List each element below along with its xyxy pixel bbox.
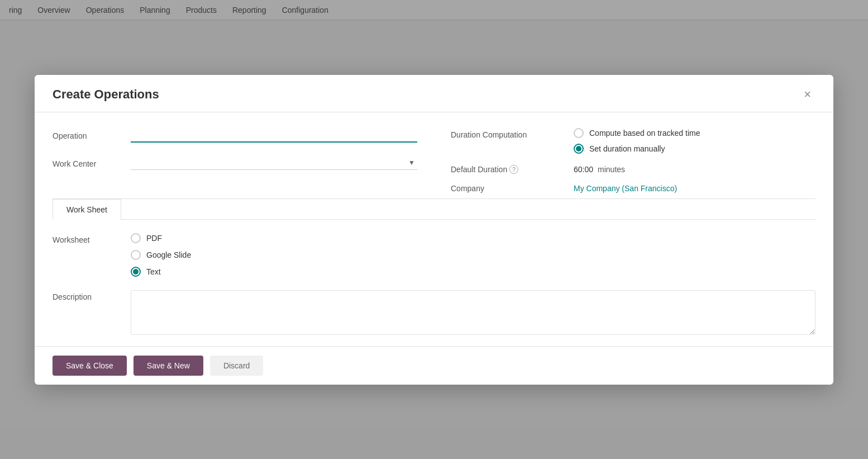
close-button[interactable]: × <box>799 86 815 103</box>
save-new-button[interactable]: Save & New <box>133 356 203 376</box>
tabs-bar: Work Sheet <box>53 199 815 220</box>
default-duration-unit: minutes <box>598 165 625 174</box>
operation-input-wrap <box>131 128 417 143</box>
radio-compute-tracked-icon <box>574 128 584 138</box>
work-center-label: Work Center <box>53 156 131 168</box>
radio-text-label: Text <box>146 267 161 276</box>
create-operations-modal: Create Operations × Operation Work Cente… <box>35 75 833 385</box>
tabs-section: Work Sheet Worksheet PDF <box>53 198 815 335</box>
radio-compute-tracked-label: Compute based on tracked time <box>589 129 700 138</box>
operation-label: Operation <box>53 128 131 140</box>
modal-footer: Save & Close Save & New Discard <box>35 346 833 385</box>
default-duration-value: 60:00 <box>574 165 593 174</box>
modal-body: Operation Work Center ▼ <box>35 112 833 346</box>
radio-google-slide-icon <box>131 250 141 260</box>
worksheet-option-pdf[interactable]: PDF <box>131 233 191 243</box>
duration-option-set-manually[interactable]: Set duration manually <box>574 144 700 154</box>
form-right: Duration Computation Compute based on tr… <box>451 128 815 193</box>
duration-option-compute-tracked[interactable]: Compute based on tracked time <box>574 128 700 138</box>
default-duration-label: Default Duration ? <box>451 165 574 174</box>
default-duration-help-icon[interactable]: ? <box>509 165 518 174</box>
radio-set-manually-icon <box>574 144 584 154</box>
operation-input[interactable] <box>131 128 417 143</box>
modal-title: Create Operations <box>53 87 159 102</box>
worksheet-option-google-slide[interactable]: Google Slide <box>131 250 191 260</box>
radio-set-manually-label: Set duration manually <box>589 144 665 153</box>
work-center-field-row: Work Center ▼ <box>53 156 417 170</box>
description-row: Description <box>53 290 815 335</box>
radio-pdf-icon <box>131 233 141 243</box>
default-duration-row: Default Duration ? 60:00 minutes <box>451 165 815 174</box>
discard-button[interactable]: Discard <box>210 356 263 376</box>
work-center-select[interactable] <box>131 156 417 170</box>
duration-computation-label: Duration Computation <box>451 128 574 139</box>
company-label: Company <box>451 184 574 193</box>
modal-header: Create Operations × <box>35 75 833 112</box>
work-center-select-wrap: ▼ <box>131 156 417 170</box>
form-left: Operation Work Center ▼ <box>53 128 417 193</box>
worksheet-option-text[interactable]: Text <box>131 267 191 277</box>
tab-worksheet[interactable]: Work Sheet <box>53 199 121 220</box>
form-section: Operation Work Center ▼ <box>53 128 815 193</box>
company-row: Company My Company (San Francisco) <box>451 184 815 193</box>
description-textarea[interactable] <box>131 290 815 335</box>
worksheet-label: Worksheet <box>53 233 131 244</box>
radio-pdf-label: PDF <box>146 234 162 243</box>
tab-content-worksheet: Worksheet PDF Google Slide <box>53 220 815 335</box>
worksheet-options: PDF Google Slide Text <box>131 233 191 277</box>
duration-computation-row: Duration Computation Compute based on tr… <box>451 128 815 154</box>
company-link[interactable]: My Company (San Francisco) <box>574 184 677 193</box>
description-label: Description <box>53 290 131 301</box>
radio-text-icon <box>131 267 141 277</box>
worksheet-row: Worksheet PDF Google Slide <box>53 233 815 277</box>
operation-field-row: Operation <box>53 128 417 143</box>
save-close-button[interactable]: Save & Close <box>53 356 127 376</box>
duration-options: Compute based on tracked time Set durati… <box>574 128 700 154</box>
radio-google-slide-label: Google Slide <box>146 250 191 259</box>
